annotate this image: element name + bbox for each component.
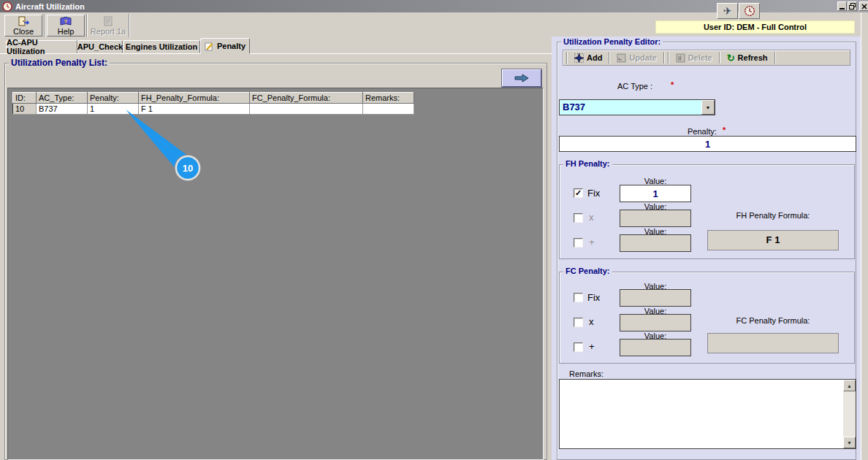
tab-engines-utilization[interactable]: Engines Utilization <box>123 40 200 53</box>
checkmark-icon: ✓ <box>575 189 582 197</box>
report-1a-label: Report 1a <box>91 27 126 36</box>
fh-formula-value: F 1 <box>707 230 839 250</box>
fc-formula-value <box>707 333 839 353</box>
tab-apu-check[interactable]: APU_Check <box>77 40 123 53</box>
ac-type-dropdown[interactable]: B737 ▼ <box>559 99 715 115</box>
toolbar-separator <box>129 14 130 37</box>
tab-strip-line <box>0 53 552 54</box>
restore-icon <box>849 3 856 9</box>
minimize-icon <box>840 8 845 9</box>
close-button-label: Close <box>13 27 34 36</box>
utilization-clock-button[interactable] <box>739 3 760 19</box>
toolbar-separator <box>663 52 665 64</box>
fh-formula-label: FH Penalty Formula: <box>707 211 839 220</box>
arrow-down-icon: ▼ <box>847 440 852 445</box>
fh-plus-label: + <box>589 237 595 248</box>
fc-formula-label: FC Penalty Formula: <box>707 316 839 325</box>
tab-label: AC-APU Utilization <box>7 38 77 55</box>
tab-ac-apu-utilization[interactable]: AC-APU Utilization <box>6 40 77 53</box>
penalty-label: Penalty: <box>688 127 717 136</box>
tab-label: Penalty <box>217 42 245 50</box>
report-1a-button[interactable]: Report 1a <box>89 15 127 37</box>
remarks-textarea[interactable] <box>560 380 843 448</box>
toolbar-separator <box>609 52 610 64</box>
help-button[interactable]: ? Help <box>47 15 85 37</box>
penalty-required-mark: * <box>723 126 726 134</box>
callout-number: 10 <box>183 163 193 174</box>
app-clock-icon <box>2 1 12 12</box>
tab-label: Engines Utilization <box>126 42 197 51</box>
right-arrow-icon <box>514 74 530 83</box>
note-pencil-icon <box>205 42 214 51</box>
arrow-up-icon: ▲ <box>847 383 852 388</box>
ac-type-value: B737 <box>560 100 701 115</box>
add-button[interactable]: Add <box>569 51 607 64</box>
airplane-icon: ✈ <box>723 5 732 17</box>
ac-type-label: AC Type : <box>617 82 652 91</box>
tab-label: APU_Check <box>77 42 123 51</box>
fc-fix-checkbox[interactable] <box>574 293 583 302</box>
aircraft-button[interactable]: ✈ <box>717 3 738 19</box>
clock-icon <box>744 5 755 17</box>
remarks-box: ▲ ▼ <box>559 379 856 449</box>
minimize-button[interactable] <box>837 1 847 11</box>
refresh-button-label: Refresh <box>738 53 768 62</box>
callout-annotation: 10 <box>7 88 544 460</box>
fh-x-value-input[interactable] <box>620 210 691 227</box>
door-exit-icon <box>18 16 29 26</box>
delete-button-label: Delete <box>688 53 712 62</box>
delete-button[interactable]: Delete <box>671 51 717 64</box>
scroll-down-button[interactable]: ▼ <box>843 437 856 448</box>
window-title: Aircraft Utilization <box>15 2 85 11</box>
fh-plus-checkbox[interactable] <box>574 238 583 248</box>
ac-type-required-mark: * <box>671 80 674 89</box>
fh-x-label: x <box>589 212 594 223</box>
fc-x-label: x <box>589 316 594 327</box>
penalty-input[interactable] <box>559 136 856 152</box>
window-right-edge <box>861 12 868 460</box>
window-close-button[interactable] <box>859 1 868 11</box>
fh-fix-checkbox[interactable]: ✓ <box>574 188 583 198</box>
refresh-icon: ↻ <box>727 53 735 63</box>
editor-title: Utilization Penalty Editor: <box>561 37 663 46</box>
user-id-bar: User ID: DEM - Full Control <box>655 20 855 34</box>
svg-text:?: ? <box>64 18 68 24</box>
fc-x-value-input[interactable] <box>620 314 691 331</box>
delete-icon <box>676 53 685 63</box>
fh-fix-label: Fix <box>587 188 600 199</box>
fh-x-checkbox[interactable] <box>574 213 583 223</box>
fh-fix-value-input[interactable] <box>620 185 691 202</box>
fc-fix-value-input[interactable] <box>620 289 691 307</box>
fh-plus-value-input[interactable] <box>620 234 691 252</box>
tab-penalty[interactable]: Penalty <box>200 38 250 54</box>
help-button-label: Help <box>58 27 75 36</box>
ac-type-dropdown-button[interactable]: ▼ <box>701 100 715 115</box>
fc-plus-checkbox[interactable] <box>574 342 583 352</box>
app-window: Aircraft Utilization ✈ Close <box>0 0 868 460</box>
move-to-editor-button[interactable] <box>502 69 541 87</box>
fc-x-checkbox[interactable] <box>574 318 583 327</box>
fc-fix-label: Fix <box>587 292 600 303</box>
update-button-label: Update <box>629 53 656 62</box>
help-book-icon: ? <box>60 16 72 26</box>
list-panel-title: Utilization Penalty List: <box>9 58 110 68</box>
toolbar-separator <box>566 52 568 64</box>
toolbar-separator <box>719 52 720 64</box>
toolbar-separator <box>668 52 669 64</box>
update-icon <box>617 53 626 63</box>
remarks-scrollbar[interactable]: ▲ ▼ <box>843 380 856 448</box>
scroll-up-button[interactable]: ▲ <box>843 380 856 391</box>
restore-button[interactable] <box>848 1 857 11</box>
report-icon <box>102 16 114 26</box>
editor-toolbar: Add Update Delete ↻ Refresh <box>563 50 850 66</box>
fc-plus-value-input[interactable] <box>620 339 691 356</box>
toolbar-separator <box>774 52 776 64</box>
refresh-button[interactable]: ↻ Refresh <box>722 51 773 64</box>
close-button[interactable]: Close <box>4 15 42 37</box>
close-x-icon <box>861 4 867 9</box>
update-button[interactable]: Update <box>612 51 661 64</box>
toolbar-separator <box>44 14 45 37</box>
fc-plus-label: + <box>589 341 595 352</box>
chevron-down-icon: ▼ <box>706 105 711 110</box>
add-button-label: Add <box>587 53 602 62</box>
